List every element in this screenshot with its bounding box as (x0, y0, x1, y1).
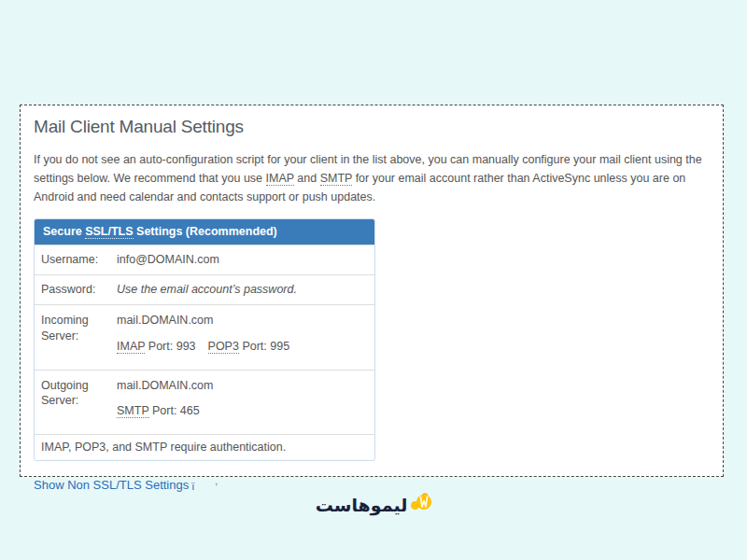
intro-text: If you do not see an auto-configuration … (34, 150, 710, 206)
username-value: info@DOMAIN.com (117, 245, 374, 274)
imap-abbr: IMAP (266, 172, 294, 186)
intro-part2: and (294, 172, 320, 185)
outgoing-ports: SMTP Port: 465 (117, 403, 367, 419)
ssl-table-header: Secure SSL/TLS Settings (Recommended) (35, 219, 374, 245)
ssl-settings-table: Secure SSL/TLS Settings (Recommended) Us… (34, 218, 375, 461)
smtp-port: SMTP Port: 465 (117, 404, 200, 418)
incoming-server-label: Incoming Server: (35, 305, 117, 370)
smtp-port-abbr: SMTP (117, 404, 149, 418)
table-row-username: Username: info@DOMAIN.com (35, 245, 374, 274)
link-row: Show Non SSL/TLS Settingsï, (34, 476, 710, 492)
pop3-port-value: Port: 995 (239, 340, 289, 353)
table-row-outgoing-server: Outgoing Server: mail.DOMAIN.com SMTP Po… (35, 370, 374, 435)
show-non-ssl-settings-link[interactable]: Show Non SSL/TLS Settings (34, 479, 189, 493)
table-footer-note: IMAP, POP3, and SMTP require authenticat… (35, 434, 374, 460)
limoohost-logo-text: لیموهاست (316, 497, 408, 514)
limoohost-logo-icon (411, 492, 431, 515)
info-icon[interactable]: ï (191, 481, 194, 492)
password-label: Password: (35, 275, 117, 304)
limoohost-logo: لیموهاست (0, 496, 747, 515)
smtp-abbr: SMTP (320, 172, 353, 186)
incoming-ports: IMAP Port: 993POP3 Port: 995 (117, 339, 367, 355)
imap-port-abbr: IMAP (117, 340, 145, 354)
pop3-port-abbr: POP3 (208, 340, 239, 354)
imap-port: IMAP Port: 993 (117, 340, 196, 354)
smtp-port-value: Port: 465 (149, 404, 200, 417)
table-row-incoming-server: Incoming Server: mail.DOMAIN.com IMAP Po… (35, 304, 374, 370)
table-row-password: Password: Use the email account’s passwo… (35, 274, 374, 304)
username-label: Username: (35, 245, 117, 274)
ssl-tls-abbr: SSL/TLS (85, 225, 133, 239)
mail-settings-panel: Mail Client Manual Settings If you do no… (20, 105, 724, 477)
pop3-port: POP3 Port: 995 (208, 340, 290, 353)
page-title: Mail Client Manual Settings (34, 117, 710, 137)
imap-port-value: Port: 993 (145, 340, 195, 353)
outgoing-server-host: mail.DOMAIN.com (117, 378, 367, 394)
stray-mark: , (215, 476, 218, 486)
header-suffix: Settings (Recommended) (134, 225, 277, 238)
password-value: Use the email account’s password. (117, 275, 374, 304)
incoming-server-host: mail.DOMAIN.com (117, 313, 367, 329)
outgoing-server-label: Outgoing Server: (35, 371, 117, 435)
header-prefix: Secure (43, 225, 85, 238)
